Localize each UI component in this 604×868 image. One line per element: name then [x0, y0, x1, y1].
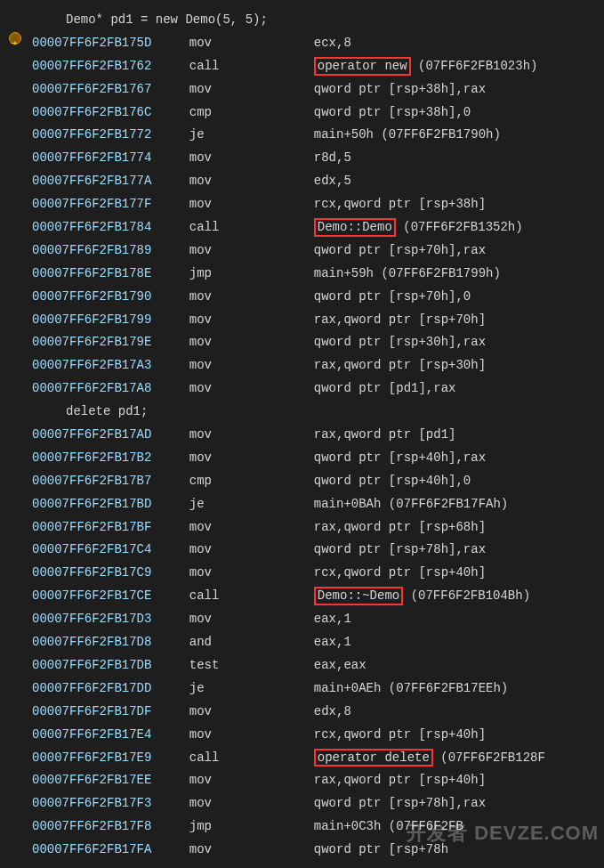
mnemonic: mov — [189, 424, 314, 447]
asm-line[interactable]: 00007FF6F2FB1774 movr8d,5 — [32, 147, 604, 170]
asm-line[interactable]: 00007FF6F2FB1784 callDemo::Demo (07FF6F2… — [32, 216, 604, 239]
asm-line[interactable]: 00007FF6F2FB17D3 moveax,1 — [32, 608, 604, 631]
operands: main+0C3h (07FF6F2FB — [314, 819, 463, 833]
address: 00007FF6F2FB17DF — [32, 701, 174, 724]
operands: eax,eax — [314, 658, 366, 672]
asm-line[interactable]: 00007FF6F2FB178E jmpmain+59h (07FF6F2FB1… — [32, 263, 604, 286]
breakpoint-marker[interactable]: ➔ — [9, 32, 21, 45]
asm-line[interactable]: 00007FF6F2FB1789 movqword ptr [rsp+70h],… — [32, 239, 604, 263]
address: 00007FF6F2FB17DD — [32, 677, 174, 701]
highlighted-symbol: Demo::Demo — [314, 218, 396, 237]
asm-line[interactable]: 00007FF6F2FB176C cmpqword ptr [rsp+38h],… — [32, 101, 604, 125]
asm-line[interactable]: 00007FF6F2FB17B7 cmpqword ptr [rsp+40h],… — [32, 470, 604, 493]
mnemonic: mov — [189, 78, 314, 101]
source-line[interactable]: Demo* pd1 = new Demo(5, 5); — [32, 9, 604, 32]
asm-line[interactable]: 00007FF6F2FB17EE movrax,qword ptr [rsp+4… — [32, 769, 604, 792]
operand-text: r8d,5 — [314, 150, 351, 165]
disassembly-view[interactable]: Demo* pd1 = new Demo(5, 5);00007FF6F2FB1… — [0, 9, 604, 862]
asm-line[interactable]: 00007FF6F2FB17C4 movqword ptr [rsp+78h],… — [32, 539, 604, 562]
asm-line[interactable]: 00007FF6F2FB17B2 movqword ptr [rsp+40h],… — [32, 447, 604, 470]
mnemonic: mov — [189, 32, 314, 55]
asm-line[interactable]: 00007FF6F2FB1762 calloperator new (07FF6… — [32, 55, 604, 78]
asm-line[interactable]: 00007FF6F2FB1799 movrax,qword ptr [rsp+7… — [32, 309, 604, 332]
highlighted-symbol: operator delete — [314, 749, 433, 767]
operands: main+59h (07FF6F2FB1799h) — [314, 266, 501, 280]
operand-text: eax,1 — [314, 612, 351, 626]
operands: edx,8 — [314, 704, 351, 718]
asm-line[interactable]: 00007FF6F2FB17AD movrax,qword ptr [pd1] — [32, 424, 604, 447]
asm-line[interactable]: 00007FF6F2FB17E9 calloperator delete (07… — [32, 747, 604, 770]
address: 00007FF6F2FB1772 — [32, 124, 174, 147]
asm-line[interactable]: 00007FF6F2FB1790 movqword ptr [rsp+70h],… — [32, 286, 604, 309]
address: 00007FF6F2FB17EE — [32, 769, 174, 792]
operands: qword ptr [rsp+78h — [314, 842, 448, 856]
mnemonic: mov — [189, 354, 314, 377]
operands: eax,1 — [314, 612, 351, 626]
asm-line[interactable]: 00007FF6F2FB17DF movedx,8 — [32, 701, 604, 724]
asm-line[interactable]: 00007FF6F2FB17D8 andeax,1 — [32, 631, 604, 654]
asm-line[interactable]: 00007FF6F2FB1772 jemain+50h (07FF6F2FB17… — [32, 124, 604, 147]
operands: qword ptr [rsp+38h],rax — [314, 82, 486, 96]
source-line[interactable]: delete pd1; — [32, 401, 604, 424]
address: 00007FF6F2FB17BD — [32, 493, 174, 516]
asm-line[interactable]: 00007FF6F2FB177A movedx,5 — [32, 170, 604, 193]
operand-text: rcx,qword ptr [rsp+40h] — [314, 727, 486, 742]
asm-line[interactable]: 00007FF6F2FB17FA movqword ptr [rsp+78h — [32, 839, 604, 862]
mnemonic: mov — [189, 447, 314, 470]
operands: operator delete (07FF6F2FB128F — [314, 750, 545, 765]
operand-text: edx,8 — [314, 704, 351, 718]
address: 00007FF6F2FB17E9 — [32, 747, 174, 770]
asm-line[interactable]: 00007FF6F2FB17DD jemain+0AEh (07FF6F2FB1… — [32, 677, 604, 701]
address: 00007FF6F2FB17A3 — [32, 354, 174, 377]
address: 00007FF6F2FB179E — [32, 331, 174, 354]
mnemonic: jmp — [189, 263, 314, 286]
asm-line[interactable]: 00007FF6F2FB17F8 jmpmain+0C3h (07FF6F2FB — [32, 815, 604, 839]
mnemonic: jmp — [189, 815, 314, 839]
operand-text: (07FF6F2FB104Bh) — [403, 588, 530, 603]
operand-text: (07FF6F2FB1023h) — [411, 59, 538, 73]
mnemonic: call — [189, 585, 314, 608]
mnemonic: test — [189, 654, 314, 677]
asm-line[interactable]: 00007FF6F2FB17E4 movrcx,qword ptr [rsp+4… — [32, 724, 604, 747]
address: 00007FF6F2FB17A8 — [32, 377, 174, 401]
operands: main+0AEh (07FF6F2FB17EEh) — [314, 681, 508, 695]
operand-text: qword ptr [rsp+40h],0 — [314, 474, 471, 488]
mnemonic: mov — [189, 286, 314, 309]
source-text: Demo* pd1 = new Demo(5, 5); — [66, 12, 268, 27]
asm-line[interactable]: 00007FF6F2FB17F3 movqword ptr [rsp+78h],… — [32, 792, 604, 815]
address: 00007FF6F2FB1789 — [32, 239, 174, 263]
operands: main+50h (07FF6F2FB1790h) — [314, 127, 501, 142]
operands: edx,5 — [314, 174, 351, 188]
address: 00007FF6F2FB1762 — [32, 55, 174, 78]
operand-text: rcx,qword ptr [rsp+38h] — [314, 197, 486, 211]
mnemonic: cmp — [189, 470, 314, 493]
mnemonic: mov — [189, 516, 314, 539]
address: 00007FF6F2FB17B7 — [32, 470, 174, 493]
asm-line[interactable]: 00007FF6F2FB17BD jemain+0BAh (07FF6F2FB1… — [32, 493, 604, 516]
asm-line[interactable]: 00007FF6F2FB17DB testeax,eax — [32, 654, 604, 677]
operands: qword ptr [rsp+38h],0 — [314, 105, 471, 119]
operand-text: rcx,qword ptr [rsp+40h] — [314, 565, 486, 580]
asm-line[interactable]: 00007FF6F2FB179E movqword ptr [rsp+30h],… — [32, 331, 604, 354]
operand-text: eax,1 — [314, 635, 351, 649]
asm-line[interactable]: 00007FF6F2FB175D movecx,8 — [32, 32, 604, 55]
asm-line[interactable]: 00007FF6F2FB1767 movqword ptr [rsp+38h],… — [32, 78, 604, 101]
asm-line[interactable]: 00007FF6F2FB17CE callDemo::~Demo (07FF6F… — [32, 585, 604, 608]
address: 00007FF6F2FB177F — [32, 193, 174, 216]
mnemonic: mov — [189, 792, 314, 815]
operands: qword ptr [rsp+40h],rax — [314, 450, 486, 465]
mnemonic: call — [189, 55, 314, 78]
asm-line[interactable]: 00007FF6F2FB17BF movrax,qword ptr [rsp+6… — [32, 516, 604, 539]
address: 00007FF6F2FB17C4 — [32, 539, 174, 562]
operands: qword ptr [rsp+40h],0 — [314, 474, 471, 488]
operands: qword ptr [rsp+78h],rax — [314, 796, 486, 810]
asm-line[interactable]: 00007FF6F2FB17C9 movrcx,qword ptr [rsp+4… — [32, 562, 604, 585]
mnemonic: mov — [189, 239, 314, 263]
asm-line[interactable]: 00007FF6F2FB177F movrcx,qword ptr [rsp+3… — [32, 193, 604, 216]
asm-line[interactable]: 00007FF6F2FB17A3 movrax,qword ptr [rsp+3… — [32, 354, 604, 377]
asm-line[interactable]: 00007FF6F2FB17A8 movqword ptr [pd1],rax — [32, 377, 604, 401]
operands: rcx,qword ptr [rsp+40h] — [314, 727, 486, 742]
operand-text: edx,5 — [314, 174, 351, 188]
address: 00007FF6F2FB17FA — [32, 839, 174, 862]
address: 00007FF6F2FB17D8 — [32, 631, 174, 654]
